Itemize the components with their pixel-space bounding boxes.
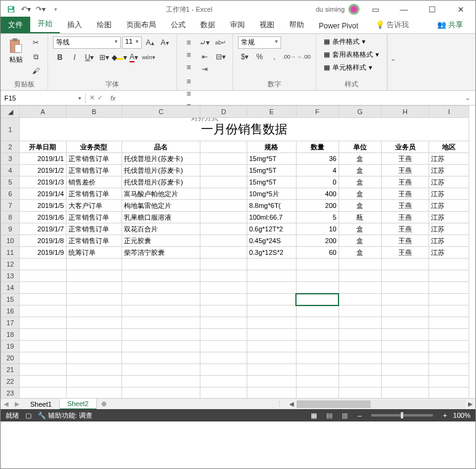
normal-view-icon[interactable]: ▦: [307, 412, 321, 419]
number-format-select[interactable]: 常规: [238, 36, 281, 49]
currency-icon[interactable]: $▾: [238, 51, 252, 63]
table-row[interactable]: 72019/1/5大客户订单枸地氯雷他定片8.8mg*6T(200盒王燕江苏: [1, 200, 469, 212]
page-break-icon[interactable]: ▥: [338, 412, 351, 419]
fx-icon[interactable]: fx: [107, 94, 120, 102]
save-icon[interactable]: [4, 2, 18, 16]
align-top-icon[interactable]: ≡: [182, 36, 195, 49]
fill-color-icon[interactable]: ◆▬▾: [112, 51, 126, 64]
phonetic-icon[interactable]: wén▾: [142, 51, 155, 64]
tab-review[interactable]: 审阅: [223, 17, 252, 33]
table-row[interactable]: 14: [1, 282, 469, 294]
add-sheet-icon[interactable]: ⊕: [97, 400, 112, 408]
copy-icon[interactable]: ⧉: [29, 51, 43, 63]
table-row[interactable]: 92019/1/7正常销售订单双花百合片0.6g*12T*210盒王燕江苏: [1, 223, 469, 235]
bold-icon[interactable]: B: [53, 51, 67, 64]
table-row[interactable]: 23: [1, 388, 469, 399]
accessibility-status[interactable]: 🔧 辅助功能: 调查: [38, 411, 92, 420]
share-button[interactable]: 👥 共享: [430, 17, 470, 33]
table-row[interactable]: 13: [1, 270, 469, 282]
select-all[interactable]: ◢: [1, 106, 20, 118]
name-box[interactable]: F15: [1, 93, 86, 103]
border-icon[interactable]: ⊞▾: [97, 51, 111, 64]
align-mid-icon[interactable]: ≡: [182, 49, 195, 61]
paste-button[interactable]: 粘贴: [6, 36, 27, 65]
format-painter-icon[interactable]: 🖌: [29, 65, 43, 77]
table-format-button[interactable]: ▦套用表格格式▾: [321, 49, 382, 60]
page-layout-icon[interactable]: ▤: [322, 412, 336, 419]
scroll-thumb[interactable]: [297, 401, 371, 408]
table-row[interactable]: 32019/1/1正常销售订单托伐普坦片(苏麦卡)15mg*5T36盒王燕江苏: [1, 153, 469, 165]
font-name-select[interactable]: 等线: [53, 36, 121, 49]
tab-file[interactable]: 文件: [1, 17, 30, 33]
tab-data[interactable]: 数据: [193, 17, 223, 33]
col-headers[interactable]: ◢ABCDEFGHI: [1, 106, 469, 118]
horizontal-scrollbar[interactable]: ◀ ▶: [287, 398, 475, 409]
collapse-ribbon-icon[interactable]: ⌃: [387, 34, 398, 90]
tab-nav-prev-icon[interactable]: ◀: [1, 401, 12, 407]
zoom-out-icon[interactable]: –: [358, 412, 361, 419]
sheet-tab-2[interactable]: Sheet2: [60, 399, 97, 410]
qat-more-icon[interactable]: ▾: [49, 2, 62, 16]
table-row[interactable]: 52019/1/3销售差价托伐普坦片(苏麦卡)15mg*5T0盒王燕江苏: [1, 176, 469, 188]
font-size-select[interactable]: 11: [122, 36, 142, 49]
table-row[interactable]: 102019/1/8正常销售订单正元胶囊0.45g*24S200盒王燕江苏: [1, 235, 469, 247]
maximize-icon[interactable]: ☐: [420, 1, 445, 18]
table-row[interactable]: 19: [1, 341, 469, 352]
orientation-icon[interactable]: ⤾▾: [198, 36, 211, 49]
tab-formula[interactable]: 公式: [163, 17, 193, 33]
table-row[interactable]: 16: [1, 305, 469, 317]
tab-pivot[interactable]: Power Pivot: [311, 19, 366, 33]
table-row[interactable]: 42019/1/2正常销售订单托伐普坦片(苏麦卡)15mg*5T4盒王燕江苏: [1, 165, 469, 176]
tab-layout[interactable]: 页面布局: [119, 17, 163, 33]
wrap-icon[interactable]: ab↵: [214, 36, 228, 49]
redo-icon[interactable]: ↷▾: [34, 2, 47, 16]
macro-rec-icon[interactable]: ▢: [25, 412, 31, 420]
underline-icon[interactable]: U▾: [83, 51, 96, 64]
sheet-tab-1[interactable]: Sheet1: [23, 399, 60, 409]
active-cell[interactable]: [296, 294, 339, 305]
tab-view[interactable]: 视图: [252, 17, 282, 33]
enter-formula-icon[interactable]: ✓: [97, 94, 103, 102]
table-row[interactable]: 22: [1, 376, 469, 388]
table-row[interactable]: 112019/1/9统筹订单柴芩清宁胶囊0.3g*12S*260盒王燕江苏: [1, 247, 469, 259]
tab-help[interactable]: 帮助: [282, 17, 311, 33]
zoom-slider[interactable]: [371, 414, 433, 417]
cut-icon[interactable]: ✂: [29, 36, 43, 49]
tab-home[interactable]: 开始: [30, 15, 60, 33]
table-row[interactable]: 15: [1, 294, 469, 305]
table-row[interactable]: 62019/1/4正常销售订单富马酸卢帕他定片10mg*5片400盒王燕江苏: [1, 188, 469, 200]
table-row[interactable]: 20: [1, 352, 469, 364]
undo-icon[interactable]: ↶▾: [19, 2, 33, 16]
font-color-icon[interactable]: A▾: [127, 51, 141, 64]
sheet-title[interactable]: 一月份销售数据: [20, 118, 469, 141]
table-row[interactable]: 21: [1, 364, 469, 376]
dec-decimal-icon[interactable]: ←.00: [297, 51, 311, 63]
cond-format-button[interactable]: ▦条件格式▾: [321, 36, 382, 47]
increase-font-icon[interactable]: A▴: [143, 36, 157, 49]
table-row[interactable]: 2开单日期业务类型品名规格数量单位业务员地区: [1, 141, 469, 153]
indent-dec-icon[interactable]: ⇤: [198, 51, 211, 63]
cell-style-button[interactable]: ▦单元格样式▾: [321, 62, 382, 73]
merge-icon[interactable]: ⊟▾: [214, 51, 228, 63]
inc-decimal-icon[interactable]: .00→: [282, 51, 296, 63]
ribbon-options-icon[interactable]: ▭: [363, 1, 388, 18]
table-row[interactable]: 17: [1, 317, 469, 329]
italic-icon[interactable]: I: [68, 51, 81, 64]
comma-icon[interactable]: ,: [268, 51, 281, 63]
percent-icon[interactable]: %: [253, 51, 266, 63]
table-row[interactable]: 12: [1, 259, 469, 270]
align-left-icon[interactable]: ≡: [182, 75, 195, 88]
avatar[interactable]: [348, 4, 359, 15]
decrease-font-icon[interactable]: A▾: [158, 36, 171, 49]
tab-insert[interactable]: 插入: [60, 17, 89, 33]
tab-draw[interactable]: 绘图: [89, 17, 119, 33]
table-row[interactable]: 1一月份销售数据: [1, 118, 469, 141]
align-center-icon[interactable]: ≡: [182, 88, 195, 100]
scroll-left-icon[interactable]: ◀: [287, 401, 297, 407]
tab-nav-next-icon[interactable]: ▶: [12, 401, 23, 407]
close-icon[interactable]: ✕: [448, 1, 473, 18]
scroll-right-icon[interactable]: ▶: [466, 401, 475, 407]
indent-inc-icon[interactable]: ⇥: [198, 63, 211, 75]
minimize-icon[interactable]: —: [392, 1, 416, 18]
zoom-in-icon[interactable]: +: [443, 412, 446, 419]
